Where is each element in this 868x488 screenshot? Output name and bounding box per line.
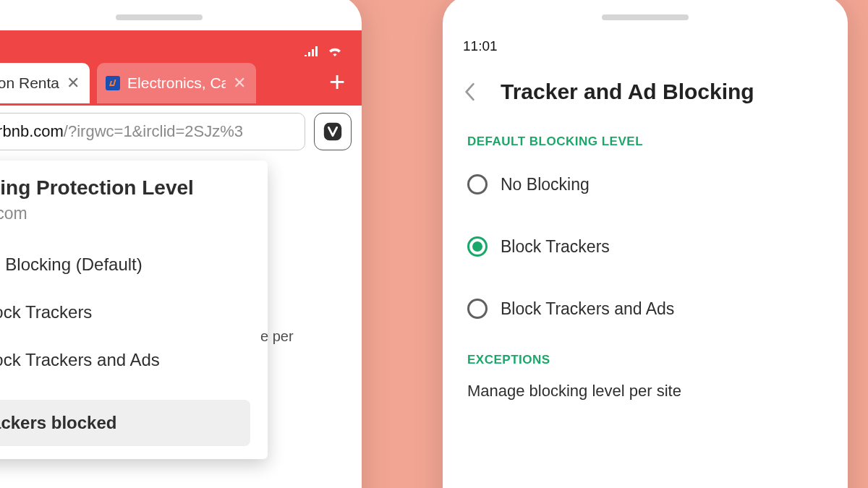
vivaldi-icon xyxy=(322,121,344,142)
signal-icon xyxy=(304,45,320,56)
svg-rect-1 xyxy=(324,123,341,140)
address-bar-row: airbnb.com/?irgwc=1&irclid=2SJz%3 xyxy=(0,106,362,159)
radio-icon xyxy=(467,236,488,257)
exceptions-manage-item[interactable]: Manage blocking level per site xyxy=(443,372,848,411)
tab-inactive[interactable]: Electronics, Ca ✕ xyxy=(97,63,256,103)
browser-header: Vacation Renta ✕ Electronics, Ca ✕ + xyxy=(0,30,362,106)
phone-left-browser: Vacation Renta ✕ Electronics, Ca ✕ + air… xyxy=(0,0,362,488)
phone-right-settings: 11:01 Tracker and Ad Blocking DEFAULT BL… xyxy=(443,0,848,488)
address-bar[interactable]: airbnb.com/?irgwc=1&irclid=2SJz%3 xyxy=(0,113,305,150)
status-row: 11:01 xyxy=(443,30,848,62)
protection-level-panel: Blocking Protection Level airbnb.com No … xyxy=(0,160,268,459)
tab-active[interactable]: Vacation Renta ✕ xyxy=(0,63,90,103)
tab-label: Vacation Renta xyxy=(0,74,59,92)
radio-no-blocking[interactable]: No Blocking (Default) xyxy=(0,241,250,288)
phone-speaker xyxy=(116,14,203,20)
radio-block-trackers-ads[interactable]: Block Trackers and Ads xyxy=(450,278,841,340)
svg-rect-0 xyxy=(106,76,120,90)
vivaldi-menu-button[interactable] xyxy=(314,113,352,150)
tab-favicon-icon xyxy=(106,76,120,90)
radio-block-trackers[interactable]: Block Trackers xyxy=(0,288,250,336)
radio-label: No Blocking xyxy=(501,175,590,194)
wifi-icon xyxy=(327,45,343,56)
radio-icon xyxy=(467,299,488,319)
panel-site: airbnb.com xyxy=(0,204,250,223)
radio-label: Block Trackers and Ads xyxy=(0,350,160,370)
page-title: Tracker and Ad Blocking xyxy=(501,80,754,104)
radio-no-blocking[interactable]: No Blocking xyxy=(450,153,841,215)
trackers-blocked-summary[interactable]: 10 Trackers blocked xyxy=(0,400,250,446)
tab-close-icon[interactable]: ✕ xyxy=(67,75,80,91)
tab-close-icon[interactable]: ✕ xyxy=(233,75,246,91)
obscured-text: e per xyxy=(260,328,294,345)
radio-label: Block Trackers and Ads xyxy=(501,299,674,319)
status-icons xyxy=(304,45,343,56)
settings-body: No Blocking Block Trackers Block Tracker… xyxy=(443,153,848,340)
radio-icon xyxy=(467,174,488,194)
section-default-blocking: DEFAULT BLOCKING LEVEL xyxy=(443,121,848,153)
radio-label: No Blocking (Default) xyxy=(0,254,142,275)
phone-speaker xyxy=(602,14,689,20)
radio-label: Block Trackers xyxy=(0,302,92,322)
tabs-row: Vacation Renta ✕ Electronics, Ca ✕ + xyxy=(0,61,362,106)
section-exceptions: EXCEPTIONS xyxy=(443,340,848,372)
new-tab-button[interactable]: + xyxy=(323,69,352,98)
settings-header: Tracker and Ad Blocking xyxy=(443,62,848,121)
radio-block-trackers[interactable]: Block Trackers xyxy=(450,215,841,278)
chevron-left-icon xyxy=(464,82,475,101)
radio-block-trackers-ads[interactable]: Block Trackers and Ads xyxy=(0,336,250,384)
radio-label: Block Trackers xyxy=(501,237,610,257)
tab-label: Electronics, Ca xyxy=(127,74,226,92)
panel-title: Blocking Protection Level xyxy=(0,176,250,200)
status-time: 11:01 xyxy=(463,38,498,54)
url-text: airbnb.com/?irgwc=1&irclid=2SJz%3 xyxy=(0,122,294,141)
back-button[interactable] xyxy=(459,81,480,103)
